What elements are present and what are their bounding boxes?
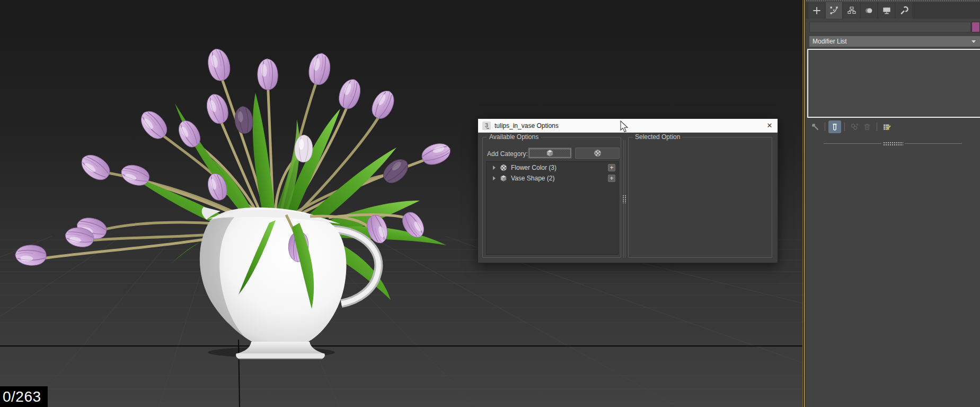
toolbar-separator [844, 123, 845, 131]
modifier-list-label: Modifier List [813, 38, 847, 45]
motion-icon [864, 5, 875, 16]
mouse-cursor-icon [620, 120, 629, 133]
separator-line [824, 143, 881, 144]
wrench-icon [899, 5, 910, 16]
remove-modifier-button[interactable] [861, 120, 873, 133]
3ds-max-logo-icon: 3 [482, 122, 491, 130]
chevron-down-icon [972, 40, 976, 43]
selected-option-label: Selected Option [633, 133, 682, 141]
options-dialog: 3 tulips_in_vase Options ✕ Available Opt… [478, 118, 778, 263]
create-plus-icon [811, 5, 822, 16]
cube-icon [546, 149, 554, 157]
expander-icon[interactable] [493, 176, 496, 180]
tab-hierarchy[interactable] [843, 2, 860, 19]
tree-row-vase-shape[interactable]: Vase Shape (2) + [487, 174, 618, 183]
tree-row-label: Vase Shape (2) [511, 175, 608, 182]
available-options-tree[interactable]: Flower Color (3) + Vase Shape (2) + [486, 161, 619, 255]
command-panel-tabs [806, 2, 980, 19]
pin-stack-button[interactable] [809, 120, 822, 133]
separator-line [905, 143, 963, 144]
configure-modifier-sets-icon [882, 122, 891, 132]
available-options-group: Available Options Add Category: [482, 137, 621, 258]
tab-modify[interactable] [826, 2, 842, 19]
tab-motion[interactable] [861, 2, 877, 19]
separator-grip-icon [883, 142, 903, 146]
cube-icon [500, 175, 507, 182]
toolbar-separator [877, 123, 877, 131]
available-options-label: Available Options [487, 133, 541, 141]
splitter-grip-icon [622, 195, 626, 203]
tree-row-flower-color[interactable]: Flower Color (3) + [487, 163, 618, 172]
add-option-button[interactable]: + [608, 164, 615, 171]
add-material-category-button[interactable] [575, 148, 620, 159]
tree-row-label: Flower Color (3) [511, 164, 608, 171]
tab-create[interactable] [808, 2, 825, 19]
dialog-title: tulips_in_vase Options [495, 119, 559, 133]
object-name-input[interactable] [809, 22, 971, 32]
show-end-result-icon [830, 122, 840, 132]
selected-option-group: Selected Option [628, 137, 772, 258]
trash-icon [862, 122, 872, 132]
frame-counter: 0/263 [0, 386, 48, 407]
add-category-label: Add Category: [487, 150, 528, 158]
make-unique-button[interactable] [848, 120, 861, 133]
hierarchy-icon [846, 5, 857, 16]
checker-sphere-icon [594, 149, 602, 157]
display-monitor-icon [881, 5, 892, 16]
add-option-button[interactable]: + [608, 175, 615, 182]
rollout-separator[interactable] [824, 141, 962, 146]
make-unique-icon [850, 122, 859, 132]
command-panel: Modifier List [806, 0, 980, 407]
application-window: 0/263 3 tulips_in_vase Options ✕ Availab… [0, 0, 980, 407]
dialog-splitter[interactable] [623, 140, 625, 258]
show-end-result-button[interactable] [828, 120, 841, 133]
tab-utilities[interactable] [896, 2, 912, 19]
tab-display[interactable] [878, 2, 895, 19]
expander-icon[interactable] [493, 166, 496, 170]
modifier-stack-list[interactable] [807, 49, 980, 118]
configure-modifier-sets-button[interactable] [880, 120, 893, 133]
modify-icon [829, 5, 840, 16]
close-icon[interactable]: ✕ [764, 120, 775, 131]
modifier-stack-toolbar [809, 120, 893, 134]
object-color-swatch[interactable] [972, 22, 980, 32]
checker-sphere-icon [500, 164, 507, 171]
toolbar-separator [825, 123, 825, 131]
add-geometry-category-button[interactable] [528, 148, 572, 159]
modifier-list-dropdown[interactable]: Modifier List [809, 36, 980, 47]
pin-icon [810, 122, 820, 132]
